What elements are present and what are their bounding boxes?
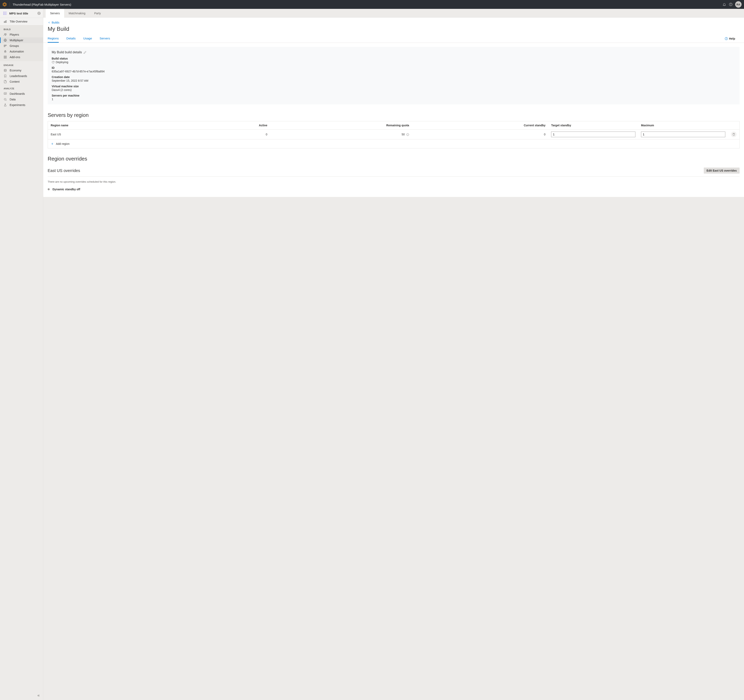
svg-rect-27 (6, 56, 6, 57)
svg-rect-16 (6, 21, 6, 23)
tab-party[interactable]: Party (90, 9, 106, 18)
economy-icon (4, 69, 7, 72)
svg-point-3 (731, 5, 731, 5)
sidebar-item-experiments[interactable]: Experiments (0, 102, 43, 108)
sidebar-item-label: Automation (10, 50, 24, 53)
svg-point-12 (6, 14, 6, 15)
table-row: East US 0 50 0 (48, 130, 740, 139)
help-icon[interactable] (728, 1, 734, 7)
build-details-heading: My Build build details (52, 51, 82, 54)
svg-point-5 (4, 12, 5, 12)
col-target-standby: Target standby (548, 121, 638, 130)
svg-point-18 (6, 34, 6, 34)
sidebar-item-content[interactable]: Content (0, 79, 43, 85)
vm-size-label: Virtual machine size (52, 85, 735, 88)
sidebar-item-label: Groups (10, 44, 19, 48)
col-active: Active (200, 121, 270, 130)
svg-rect-31 (4, 92, 6, 94)
sidebar-item-label: Add-ons (10, 55, 20, 59)
subtab-servers[interactable]: Servers (100, 34, 110, 43)
sidebar-group-build: BUILD (0, 25, 43, 32)
add-region-label: Add region (56, 142, 70, 146)
breadcrumb-builds[interactable]: Builds (43, 21, 744, 24)
subtab-usage[interactable]: Usage (83, 34, 92, 43)
sidebar-item-label: Economy (10, 69, 21, 72)
subtab-details[interactable]: Details (66, 34, 76, 43)
sidebar-item-players[interactable]: Players (0, 32, 43, 37)
user-avatar[interactable]: RA (735, 1, 742, 7)
bookmark-icon (4, 74, 7, 77)
svg-rect-14 (4, 21, 4, 22)
flask-icon (4, 103, 7, 107)
sidebar-item-multiplayer[interactable]: Multiplayer (0, 37, 43, 43)
sidebar-item-label: Dashboards (10, 92, 25, 95)
edit-overrides-button[interactable]: Edit East US overrides (704, 168, 740, 174)
sidebar-item-economy[interactable]: Economy (0, 68, 43, 73)
sidebar-item-groups[interactable]: Groups (0, 43, 43, 49)
document-icon (4, 80, 7, 83)
collapse-sidebar-icon[interactable] (36, 693, 42, 699)
col-remaining-quota: Remaining quota (270, 121, 412, 130)
col-region-name: Region name (48, 121, 200, 130)
svg-marker-1 (4, 3, 6, 6)
svg-point-9 (6, 13, 6, 14)
notification-icon[interactable] (721, 1, 728, 7)
svg-point-13 (39, 13, 39, 14)
region-overrides-heading: Region overrides (43, 149, 744, 165)
breadcrumb-label: Builds (52, 21, 60, 24)
sidebar-item-title-overview[interactable]: Title Overview (0, 18, 43, 25)
refresh-icon (52, 61, 55, 64)
sidebar-item-label: Data (10, 98, 16, 101)
sidebar-item-label: Experiments (10, 103, 25, 107)
svg-point-6 (6, 12, 6, 12)
svg-point-4 (3, 12, 4, 12)
target-standby-input[interactable] (551, 131, 635, 137)
cell-active: 0 (200, 130, 270, 139)
servers-per-machine-label: Servers per machine (52, 94, 735, 97)
cell-region-name: East US (48, 130, 200, 139)
sidebar-item-label: Content (10, 80, 19, 83)
sidebar-group-analyze: ANALYZE (0, 85, 43, 91)
subtab-regions[interactable]: Regions (48, 34, 59, 43)
players-icon (4, 33, 7, 36)
creation-date-label: Creation date (52, 76, 735, 79)
sidebar-item-label: Leaderboards (10, 74, 27, 77)
edit-icon[interactable] (83, 51, 86, 54)
addons-icon (4, 55, 7, 59)
sidebar-item-label: Players (10, 33, 19, 36)
dynamic-standby-label: Dynamic standby off (52, 188, 80, 191)
help-link[interactable]: Help (725, 37, 740, 40)
sidebar-item-label: Title Overview (10, 20, 27, 23)
svg-rect-29 (6, 57, 6, 58)
divider (48, 176, 740, 177)
sidebar-item-leaderboards[interactable]: Leaderboards (0, 73, 43, 79)
sidebar-item-data[interactable]: Data (0, 97, 43, 102)
maximum-input[interactable] (641, 131, 725, 137)
tab-servers[interactable]: Servers (46, 9, 64, 18)
svg-rect-21 (6, 45, 6, 46)
servers-per-machine-value: 1 (52, 98, 735, 101)
svg-rect-28 (4, 57, 5, 58)
svg-point-30 (4, 69, 6, 70)
svg-rect-22 (4, 46, 5, 47)
sidebar-group-engage: ENGAGE (0, 61, 43, 68)
add-region-button[interactable]: Add region (51, 142, 737, 146)
svg-point-8 (4, 13, 5, 14)
info-icon[interactable] (406, 133, 409, 136)
sidebar-item-label: Multiplayer (10, 39, 23, 42)
gear-icon[interactable] (37, 12, 41, 15)
automation-icon (4, 50, 7, 53)
sidebar-item-dashboards[interactable]: Dashboards (0, 91, 43, 97)
delete-region-button[interactable] (731, 131, 737, 137)
tab-matchmaking[interactable]: Matchmaking (64, 9, 90, 18)
build-status-value: Deploying (56, 61, 68, 64)
col-current-standby: Current standby (412, 121, 548, 130)
svg-rect-20 (4, 45, 5, 46)
svg-point-7 (3, 13, 4, 14)
vm-size-value: Dasv4 (2 cores) (52, 88, 735, 91)
build-status-label: Build status (52, 57, 735, 60)
sidebar-item-automation[interactable]: Automation (0, 49, 43, 54)
sidebar-item-addons[interactable]: Add-ons (0, 54, 43, 61)
svg-rect-15 (5, 21, 6, 22)
workspace-title: MPS test title (9, 12, 37, 15)
